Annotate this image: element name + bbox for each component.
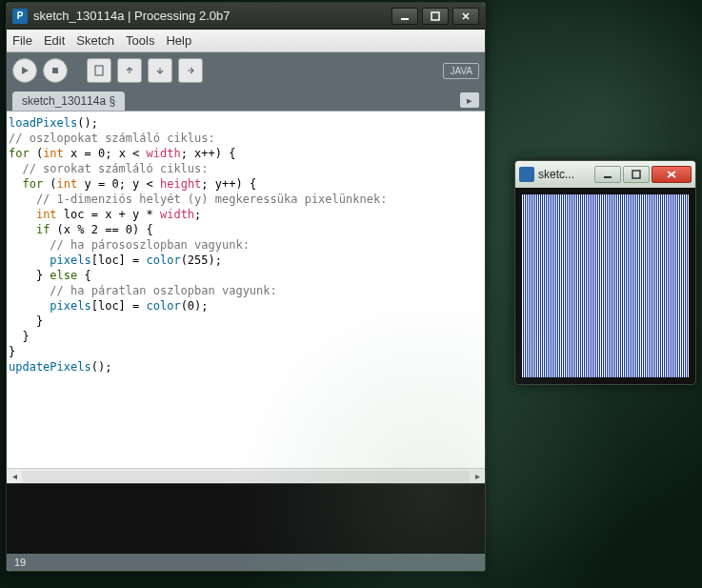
stop-button[interactable] <box>43 58 68 83</box>
code-token: (0); <box>181 299 209 313</box>
save-button[interactable] <box>148 58 172 83</box>
code-token: updatePixels <box>9 360 91 374</box>
editor-horizontal-scrollbar[interactable]: ◂ ▸ <box>7 468 485 483</box>
mode-selector[interactable]: JAVA <box>443 63 479 79</box>
ide-titlebar[interactable]: P sketch_130114a | Processing 2.0b7 <box>7 3 485 30</box>
processing-app-icon: P <box>12 9 28 24</box>
sketch-close-button[interactable] <box>652 166 692 183</box>
code-token: width <box>147 147 181 160</box>
sketch-window-controls <box>594 166 692 183</box>
minimize-icon <box>400 11 410 21</box>
code-token: } <box>9 345 15 358</box>
menu-file[interactable]: File <box>12 33 32 48</box>
code-token: { <box>77 269 90 282</box>
ide-menubar: File Edit Sketch Tools Help <box>7 30 485 52</box>
code-token: ( <box>30 147 43 160</box>
code-token: color <box>147 253 181 267</box>
menu-tools[interactable]: Tools <box>126 33 154 48</box>
new-button[interactable] <box>87 58 111 83</box>
stop-icon <box>50 65 61 76</box>
run-button[interactable] <box>12 58 37 83</box>
save-down-icon <box>154 65 166 76</box>
code-token: x = 0; x < <box>64 147 147 160</box>
code-editor[interactable]: loadPixels(); // oszlopokat számláló cik… <box>7 112 485 468</box>
ide-statusbar: 19 <box>7 554 485 571</box>
code-token: loadPixels <box>9 116 77 130</box>
svg-rect-5 <box>632 171 640 178</box>
code-comment: // ha páratlan oszlopban vagyunk: <box>9 284 277 297</box>
code-comment: // sorokat számláló ciklus: <box>9 162 209 175</box>
code-token: [loc] = <box>91 299 147 313</box>
open-up-icon <box>124 65 135 76</box>
sketch-maximize-button[interactable] <box>623 166 650 183</box>
code-token: width <box>160 208 194 221</box>
status-line-number: 19 <box>14 557 26 568</box>
sketch-window-title: sketc... <box>538 168 594 181</box>
code-token: int <box>57 177 78 191</box>
code-comment: // oszlopokat számláló ciklus: <box>9 132 215 145</box>
close-icon <box>666 170 677 179</box>
ide-toolbar: JAVA <box>7 52 485 89</box>
sketch-canvas <box>521 193 690 378</box>
code-token: if <box>36 223 50 236</box>
scroll-left-arrow[interactable]: ◂ <box>7 469 22 484</box>
menu-help[interactable]: Help <box>166 33 191 48</box>
ide-window-controls <box>391 8 479 25</box>
svg-rect-2 <box>52 68 58 73</box>
code-token: y = 0; y < <box>77 177 160 191</box>
code-token: height <box>160 177 201 191</box>
code-token: } <box>9 330 30 343</box>
code-token: (255); <box>181 253 222 267</box>
code-token: for <box>9 147 30 160</box>
code-token: ; y++) { <box>201 177 256 191</box>
code-token: pixels <box>50 253 90 267</box>
code-token: (x % 2 == 0) { <box>50 223 152 236</box>
code-token: ( <box>43 177 56 191</box>
code-token: } <box>9 314 43 328</box>
code-token: pixels <box>50 299 90 313</box>
code-token: } <box>9 269 50 282</box>
minimize-button[interactable] <box>391 8 418 25</box>
close-button[interactable] <box>452 8 479 25</box>
export-button[interactable] <box>178 58 203 83</box>
maximize-icon <box>431 11 440 21</box>
code-token: int <box>43 147 64 160</box>
code-token: else <box>50 269 77 282</box>
svg-rect-4 <box>604 176 612 178</box>
open-button[interactable] <box>117 58 142 83</box>
close-icon <box>461 11 471 21</box>
new-file-icon <box>93 65 105 76</box>
export-icon <box>185 65 196 76</box>
menu-edit[interactable]: Edit <box>44 33 65 48</box>
sketch-titlebar[interactable]: sketc... <box>515 161 695 188</box>
scroll-track[interactable] <box>22 471 470 482</box>
code-comment: // 1-dimenziós helyét (y) megkeressüka p… <box>9 193 387 206</box>
sketch-app-icon <box>519 167 534 182</box>
svg-rect-1 <box>431 12 439 20</box>
maximize-button[interactable] <box>422 8 449 25</box>
code-token: (); <box>77 116 98 130</box>
code-token: for <box>22 177 43 191</box>
arrow-right-icon: ▸ <box>467 94 472 107</box>
code-token: loc = x + y * <box>57 208 160 221</box>
ide-tabstrip: sketch_130114a § ▸ <box>7 89 485 112</box>
ide-console[interactable] <box>7 483 485 554</box>
minimize-icon <box>603 170 612 179</box>
processing-ide-window: P sketch_130114a | Processing 2.0b7 File… <box>6 2 486 572</box>
maximize-icon <box>632 170 641 179</box>
code-token: int <box>36 208 57 221</box>
code-token: ; x++) { <box>181 147 236 160</box>
sketch-output-window: sketc... <box>514 160 696 385</box>
tab-sketch[interactable]: sketch_130114a § <box>12 91 125 111</box>
code-token: color <box>147 299 181 313</box>
scroll-right-arrow[interactable]: ▸ <box>470 469 485 484</box>
code-token: (); <box>91 360 112 374</box>
code-comment: // ha párososzlopban vagyunk: <box>9 238 250 252</box>
menu-sketch[interactable]: Sketch <box>76 33 114 48</box>
svg-rect-3 <box>95 66 103 75</box>
code-token: ; <box>194 208 201 221</box>
sketch-minimize-button[interactable] <box>594 166 621 183</box>
code-token: [loc] = <box>91 253 147 267</box>
svg-rect-0 <box>401 18 409 20</box>
tab-menu-button[interactable]: ▸ <box>460 92 479 108</box>
